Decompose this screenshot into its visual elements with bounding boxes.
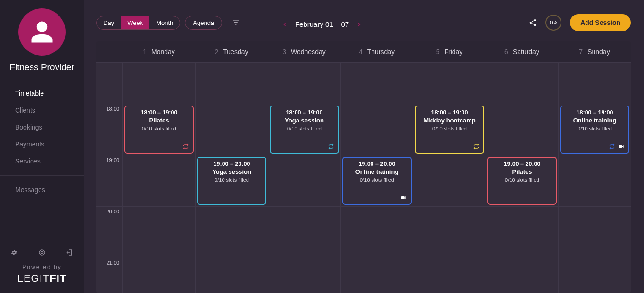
- event-time: 19:00 – 20:00: [200, 161, 264, 167]
- share-icon[interactable]: [528, 18, 537, 27]
- calendar-cell[interactable]: [558, 155, 631, 206]
- bottom-icons: [0, 241, 84, 264]
- svg-rect-9: [401, 196, 405, 199]
- calendar-cell[interactable]: [340, 206, 413, 258]
- calendar: 1Monday 2Tuesday 3Wednesday 4Thursday 5F…: [96, 41, 631, 293]
- calendar-body: 18:0018:00 – 19:00Pilates0/10 slots fill…: [96, 62, 631, 293]
- calendar-cell[interactable]: [413, 155, 486, 206]
- calendar-cell[interactable]: [268, 62, 340, 104]
- event-card[interactable]: 18:00 – 19:00Pilates0/10 slots filled: [124, 106, 194, 154]
- calendar-cell[interactable]: 19:00 – 20:00Pilates0/10 slots filled: [486, 155, 558, 206]
- calendar-cell[interactable]: [413, 258, 486, 293]
- calendar-cell[interactable]: 19:00 – 20:00Online training0/10 slots f…: [340, 155, 413, 206]
- svg-point-0: [39, 250, 45, 255]
- calendar-cell[interactable]: [268, 258, 340, 293]
- calendar-cell[interactable]: [340, 62, 413, 104]
- calendar-cell[interactable]: [558, 206, 631, 258]
- time-label: 18:00: [96, 104, 123, 155]
- next-week-icon[interactable]: [356, 21, 362, 28]
- calendar-cell[interactable]: 19:00 – 20:00Yoga session0/10 slots fill…: [195, 155, 268, 206]
- event-icons: [200, 200, 264, 202]
- view-day-button[interactable]: Day: [97, 16, 121, 29]
- nav-bookings[interactable]: Bookings: [0, 119, 84, 136]
- nav-services[interactable]: Services: [0, 153, 84, 170]
- calendar-cell[interactable]: [486, 104, 558, 155]
- view-month-button[interactable]: Month: [149, 16, 180, 29]
- event-slots: 0/10 slots filled: [490, 177, 554, 183]
- powered-by-label: Powered by: [22, 264, 61, 270]
- day-header: 3Wednesday: [268, 41, 340, 62]
- calendar-cell[interactable]: [558, 62, 631, 104]
- event-time: 18:00 – 19:00: [272, 109, 336, 116]
- day-header: 6Saturday: [486, 41, 558, 62]
- event-title: Online training: [563, 117, 627, 124]
- day-header: 1Monday: [123, 41, 195, 62]
- calendar-cell[interactable]: [413, 206, 486, 258]
- calendar-cell[interactable]: [558, 258, 631, 293]
- calendar-cell[interactable]: [413, 62, 486, 104]
- calendar-cell[interactable]: 18:00 – 19:00Online training0/10 slots f…: [558, 104, 631, 155]
- avatar[interactable]: [18, 8, 66, 56]
- logo: LEGITFIT: [17, 272, 67, 285]
- calendar-cell[interactable]: [195, 104, 268, 155]
- calendar-cell[interactable]: [123, 206, 195, 258]
- time-label: 20:00: [96, 206, 123, 258]
- calendar-cell[interactable]: [195, 206, 268, 258]
- svg-rect-8: [619, 145, 622, 148]
- person-icon: [29, 19, 55, 45]
- calendar-cell[interactable]: 18:00 – 19:00Yoga session0/10 slots fill…: [268, 104, 340, 155]
- nav-messages[interactable]: Messages: [0, 181, 84, 198]
- calendar-cell[interactable]: [340, 258, 413, 293]
- event-title: Pilates: [490, 168, 554, 175]
- event-card[interactable]: 18:00 – 19:00Midday bootcamp0/10 slots f…: [415, 106, 484, 154]
- svg-point-1: [41, 251, 43, 253]
- time-label: [96, 62, 123, 104]
- nav-clients[interactable]: Clients: [0, 102, 84, 119]
- event-slots: 0/10 slots filled: [345, 177, 409, 183]
- agenda-button[interactable]: Agenda: [185, 16, 222, 30]
- calendar-cell[interactable]: 18:00 – 19:00Pilates0/10 slots filled: [123, 104, 195, 155]
- event-card[interactable]: 18:00 – 19:00Yoga session0/10 slots fill…: [270, 106, 339, 154]
- view-week-button[interactable]: Week: [121, 16, 149, 29]
- date-nav: February 01 – 07: [282, 20, 362, 28]
- event-slots: 0/10 slots filled: [127, 126, 191, 131]
- filter-icon[interactable]: [231, 18, 240, 27]
- calendar-cell[interactable]: [486, 258, 558, 293]
- event-icons: [127, 142, 191, 151]
- calendar-cell[interactable]: [340, 104, 413, 155]
- calendar-cell[interactable]: [123, 155, 195, 206]
- help-icon[interactable]: [38, 249, 46, 256]
- event-title: Midday bootcamp: [418, 117, 481, 124]
- calendar-cell[interactable]: [486, 206, 558, 258]
- time-label: 21:00: [96, 258, 123, 293]
- logo-part-a: LEGIT: [17, 272, 50, 284]
- calendar-cell[interactable]: [195, 62, 268, 104]
- calendar-cell[interactable]: [123, 258, 195, 293]
- calendar-cell[interactable]: [486, 62, 558, 104]
- logout-icon[interactable]: [66, 249, 74, 256]
- event-time: 18:00 – 19:00: [563, 109, 627, 116]
- day-header: 5Friday: [413, 41, 486, 62]
- calendar-cell[interactable]: [123, 62, 195, 104]
- nav-timetable[interactable]: Timetable: [0, 85, 84, 102]
- event-card[interactable]: 19:00 – 20:00Pilates0/10 slots filled: [487, 157, 557, 205]
- prev-week-icon[interactable]: [282, 21, 288, 28]
- calendar-cell[interactable]: [268, 155, 340, 206]
- event-icons: [272, 142, 336, 151]
- event-time: 18:00 – 19:00: [418, 109, 481, 116]
- event-card[interactable]: 19:00 – 20:00Online training0/10 slots f…: [342, 157, 412, 205]
- nav-payments[interactable]: Payments: [0, 136, 84, 153]
- event-time: 19:00 – 20:00: [490, 161, 554, 167]
- logo-part-b: FIT: [50, 272, 66, 284]
- date-range: February 01 – 07: [295, 20, 349, 28]
- event-icons: [563, 142, 627, 151]
- event-card[interactable]: 18:00 – 19:00Online training0/10 slots f…: [560, 106, 629, 154]
- calendar-cell[interactable]: 18:00 – 19:00Midday bootcamp0/10 slots f…: [413, 104, 486, 155]
- add-session-button[interactable]: Add Session: [570, 14, 631, 31]
- event-card[interactable]: 19:00 – 20:00Yoga session0/10 slots fill…: [197, 157, 266, 205]
- percent-badge[interactable]: 0%: [545, 15, 561, 31]
- settings-icon[interactable]: [10, 249, 18, 256]
- event-slots: 0/10 slots filled: [200, 177, 264, 183]
- calendar-cell[interactable]: [195, 258, 268, 293]
- calendar-cell[interactable]: [268, 206, 340, 258]
